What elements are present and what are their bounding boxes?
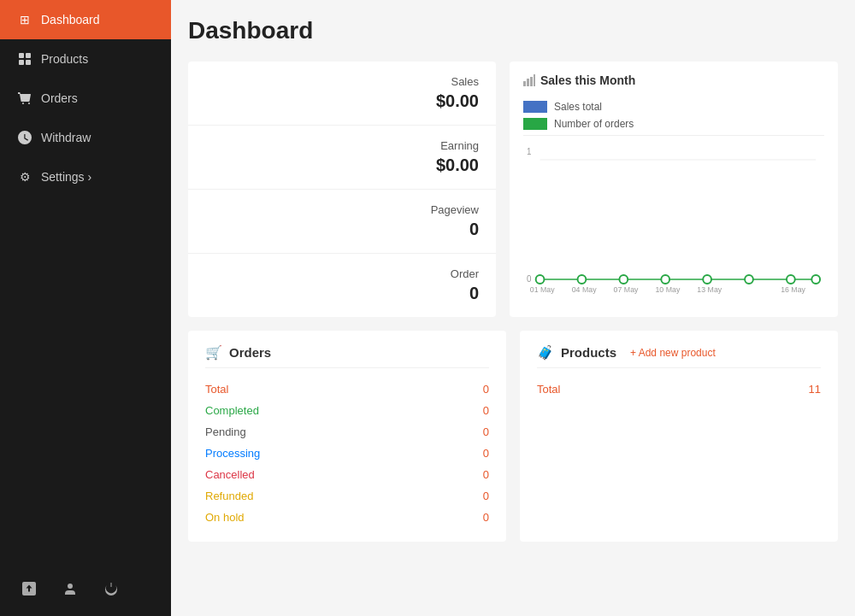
sidebar-item-products[interactable]: Products xyxy=(0,39,171,79)
svg-point-10 xyxy=(536,275,545,284)
main-content: Dashboard Sales $0.00 Earning $0.00 Page… xyxy=(171,0,855,616)
products-card-header: 🧳 Products + Add new product xyxy=(537,344,821,368)
orders-icon xyxy=(17,91,32,106)
order-label-total: Total xyxy=(205,383,228,396)
withdraw-icon xyxy=(17,130,32,145)
products-card-icon: 🧳 xyxy=(537,344,554,361)
svg-point-16 xyxy=(787,275,795,284)
svg-text:07 May: 07 May xyxy=(614,285,639,294)
svg-rect-4 xyxy=(523,81,526,86)
order-row-onhold: On hold 0 xyxy=(205,507,489,528)
order-value-pending: 0 xyxy=(483,425,489,438)
order-label-pending: Pending xyxy=(205,425,246,438)
order-value-refunded: 0 xyxy=(483,490,489,502)
svg-text:10 May: 10 May xyxy=(655,285,680,294)
orders-card: 🛒 Orders Total 0 Completed 0 Pending 0 P… xyxy=(188,331,506,542)
svg-point-17 xyxy=(811,275,820,284)
orders-card-title: Orders xyxy=(229,345,271,360)
svg-text:16 May: 16 May xyxy=(781,285,805,294)
svg-rect-0 xyxy=(19,53,24,58)
svg-point-11 xyxy=(578,275,587,284)
products-card: 🧳 Products + Add new product Total 11 xyxy=(520,331,838,542)
order-row-cancelled: Cancelled 0 xyxy=(205,464,489,485)
bottom-cards: 🛒 Orders Total 0 Completed 0 Pending 0 P… xyxy=(188,331,838,542)
chart-svg: 1 01 May 04 May xyxy=(523,143,824,296)
legend-sales-total: Sales total xyxy=(523,101,824,113)
sales-label: Sales xyxy=(205,75,479,88)
legend-color-sales xyxy=(523,101,547,113)
order-label-cancelled: Cancelled xyxy=(205,468,255,481)
dashboard-icon: ⊞ xyxy=(17,12,32,27)
order-row-refunded: Refunded 0 xyxy=(205,485,489,507)
svg-text:13 May: 13 May xyxy=(697,285,722,294)
order-value-processing: 0 xyxy=(483,447,489,460)
chart-card: Sales this Month Sales total Number of o… xyxy=(510,62,838,317)
chart-title-row: Sales this Month xyxy=(523,73,824,87)
order-value-cancelled: 0 xyxy=(483,468,489,481)
svg-rect-6 xyxy=(530,77,533,86)
orders-card-header: 🛒 Orders xyxy=(205,344,489,368)
svg-text:04 May: 04 May xyxy=(572,285,597,294)
order-row-completed: Completed 0 xyxy=(205,400,489,421)
sidebar: ⊞ Dashboard Products Orders Withdraw ⚙ S… xyxy=(0,0,171,616)
products-row-total: Total 11 xyxy=(537,378,821,400)
legend-color-orders xyxy=(523,118,547,130)
order-row-processing: Processing 0 xyxy=(205,443,489,464)
order-stat: Order 0 xyxy=(188,254,496,317)
user-profile-button[interactable] xyxy=(51,570,89,607)
svg-point-13 xyxy=(661,275,669,284)
pageview-label: Pageview xyxy=(205,203,479,216)
earning-stat: Earning $0.00 xyxy=(188,126,496,190)
sidebar-label-products: Products xyxy=(41,52,88,66)
legend-orders: Number of orders xyxy=(523,118,824,130)
sales-value: $0.00 xyxy=(205,91,479,111)
svg-point-14 xyxy=(703,275,711,284)
settings-icon: ⚙ xyxy=(17,169,32,185)
svg-rect-7 xyxy=(534,74,535,86)
sidebar-item-orders[interactable]: Orders xyxy=(0,79,171,118)
sidebar-item-settings[interactable]: ⚙ Settings › xyxy=(0,157,171,197)
earning-label: Earning xyxy=(205,139,479,152)
external-link-button[interactable] xyxy=(10,570,48,607)
svg-rect-3 xyxy=(26,60,31,65)
chart-legend: Sales total Number of orders xyxy=(523,96,824,136)
power-button[interactable] xyxy=(92,570,130,607)
order-label-completed: Completed xyxy=(205,404,259,417)
sidebar-item-withdraw[interactable]: Withdraw xyxy=(0,118,171,157)
products-value-total: 11 xyxy=(809,383,821,396)
svg-rect-2 xyxy=(19,60,24,65)
pageview-value: 0 xyxy=(205,220,479,239)
products-icon xyxy=(17,51,32,67)
sidebar-label-orders: Orders xyxy=(41,91,78,105)
order-value: 0 xyxy=(205,284,479,303)
chart-area: 1 01 May 04 May xyxy=(523,143,824,296)
svg-point-15 xyxy=(745,275,753,284)
order-label-refunded: Refunded xyxy=(205,490,253,502)
order-label-onhold: On hold xyxy=(205,511,245,524)
stats-card: Sales $0.00 Earning $0.00 Pageview 0 Ord… xyxy=(188,62,496,317)
svg-rect-1 xyxy=(26,53,31,58)
stats-chart-section: Sales $0.00 Earning $0.00 Pageview 0 Ord… xyxy=(188,62,838,317)
order-row-pending: Pending 0 xyxy=(205,421,489,443)
chart-icon xyxy=(523,74,535,86)
sidebar-item-dashboard[interactable]: ⊞ Dashboard xyxy=(0,0,171,39)
order-value-onhold: 0 xyxy=(483,511,489,524)
svg-text:0: 0 xyxy=(527,274,532,284)
order-value-total: 0 xyxy=(483,383,489,396)
sidebar-bottom-bar xyxy=(0,561,171,616)
order-label: Order xyxy=(205,267,479,280)
svg-rect-5 xyxy=(527,79,529,86)
chart-heading: Sales this Month xyxy=(540,73,635,87)
add-new-product-link[interactable]: + Add new product xyxy=(630,347,716,359)
orders-card-icon: 🛒 xyxy=(205,344,222,361)
order-value-completed: 0 xyxy=(483,404,489,417)
order-label-processing: Processing xyxy=(205,447,260,460)
svg-point-12 xyxy=(619,275,628,284)
legend-label-orders: Number of orders xyxy=(554,118,634,130)
pageview-stat: Pageview 0 xyxy=(188,190,496,254)
order-row-total: Total 0 xyxy=(205,378,489,400)
products-label-total: Total xyxy=(537,383,560,396)
svg-text:01 May: 01 May xyxy=(530,285,555,294)
sales-stat: Sales $0.00 xyxy=(188,62,496,126)
earning-value: $0.00 xyxy=(205,155,479,175)
